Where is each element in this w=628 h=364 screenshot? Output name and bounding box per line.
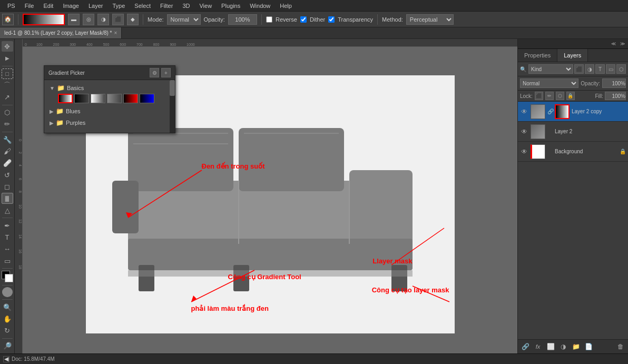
mode-select[interactable]: Normal Multiply Screen [167,14,201,25]
3d-menu[interactable]: 3D [178,2,194,10]
gradient-swatch-bw[interactable] [58,94,73,103]
shape-filter-icon[interactable]: ▭ [606,64,615,74]
layers-kind-select[interactable]: Kind [528,64,573,74]
rotate-view-tool[interactable]: ↻ [2,326,13,336]
zoom-in-tool[interactable]: 🔎 [2,341,13,351]
image-menu[interactable]: Image [58,2,83,10]
lock-pixels-icon[interactable]: ⬛ [535,92,543,100]
type-filter-icon[interactable]: T [595,64,605,74]
gradient-swatch-4[interactable] [107,94,122,103]
opacity-input[interactable] [602,78,626,88]
ps-menu[interactable]: PS [3,2,19,10]
expand-right-icon[interactable]: ≫ [618,40,627,47]
popup-settings-btn[interactable]: ⚙ [150,68,159,77]
gradient-swatch-3[interactable] [91,94,105,103]
type-tool[interactable]: T [2,232,13,242]
pixel-filter-icon[interactable]: ⬛ [574,64,584,74]
angle-gradient-icon[interactable]: ◑ [97,14,109,25]
layer-row-background[interactable]: 👁 Background 🔒 [518,142,628,162]
gradient-group-purples-header[interactable]: ▶ 📁 Purples [47,118,172,127]
quick-select-tool[interactable]: ↗ [2,92,13,102]
layer-visibility-2[interactable]: 👁 [520,127,528,136]
layer-mask-thumbnail-2copy[interactable] [555,104,570,119]
hand-tool[interactable]: ✋ [2,313,13,324]
popup-add-btn[interactable]: + [161,68,171,77]
layer-visibility-bg[interactable]: 👁 [520,147,528,156]
history-brush-tool[interactable]: ↺ [2,170,13,180]
layer-row-2copy[interactable]: 👁 🔗 Layer 2 copy [518,102,628,122]
opacity-input[interactable] [228,14,257,25]
gradient-group-blues-header[interactable]: ▶ 📁 Blues [47,106,172,116]
lock-all-icon[interactable]: 🔒 [566,92,575,100]
lock-position-icon[interactable]: ✏ [545,92,554,100]
properties-tab[interactable]: Properties [518,49,557,62]
gradient-swatch-5[interactable] [123,94,138,103]
popup-scrollbar-thumb[interactable] [170,80,175,96]
reflected-gradient-icon[interactable]: ⬛ [112,14,124,25]
create-layer-btn[interactable]: 📄 [583,341,594,352]
brush-tool[interactable]: 🖌 [2,146,13,156]
healing-tool[interactable]: 🔧 [2,134,13,145]
blues-label: Blues [66,108,81,114]
smart-filter-icon[interactable]: ⬡ [616,64,626,74]
layer-row-2[interactable]: 👁 Layer 2 [518,122,628,142]
crop-tool[interactable]: ⬡ [2,107,13,117]
layers-tab[interactable]: Layers [557,49,588,62]
gradient-swatch-6[interactable] [140,94,154,103]
transparency-checkbox[interactable] [328,16,335,23]
gradient-swatch-2[interactable] [74,94,89,103]
file-menu[interactable]: File [21,2,38,10]
edit-menu[interactable]: Edit [39,2,57,10]
marquee-tool[interactable]: □ [2,68,13,79]
pen-tool[interactable]: ✒ [2,220,13,231]
document-tab[interactable]: led-1 @ 80.1% (Layer 2 copy, Layer Mask/… [0,27,122,38]
reverse-checkbox[interactable] [266,16,272,23]
help-menu[interactable]: Help [276,2,296,10]
adjustment-filter-icon[interactable]: ◑ [585,64,594,74]
home-icon[interactable]: 🏠 [2,14,14,25]
plugins-menu[interactable]: Plugins [217,2,244,10]
status-arrow-left[interactable]: ◀ [3,356,9,362]
layer-visibility-2copy[interactable]: 👁 [520,107,528,116]
shape-tool[interactable]: ▭ [2,255,13,266]
linear-gradient-icon[interactable]: ▬ [68,14,80,25]
fill-input[interactable] [605,92,626,100]
window-menu[interactable]: Window [246,2,274,10]
lock-artboard-icon[interactable]: ⬡ [556,92,564,100]
gradient-group-basics-header[interactable]: ▼ 📁 Basics [47,83,172,93]
dither-checkbox[interactable] [300,16,307,23]
popup-scrollbar[interactable] [170,80,175,133]
gradient-tool[interactable]: ▓ [2,193,13,203]
move-tool[interactable]: ✥ [2,41,13,52]
eraser-tool[interactable]: ◻ [2,181,13,192]
layer-menu[interactable]: Layer [84,2,107,10]
zoom-tool[interactable]: 🔍 [2,302,13,312]
type-menu[interactable]: Type [109,2,130,10]
eyedropper-tool[interactable]: ✏ [2,119,13,130]
blend-mode-select[interactable]: Normal Multiply [520,78,578,88]
gradient-preview[interactable] [23,14,65,25]
artboard-tool[interactable]: ▶ [2,53,13,63]
radial-gradient-icon[interactable]: ◎ [83,14,94,25]
collapse-left-icon[interactable]: ≪ [609,40,618,47]
blur-tool[interactable]: △ [2,205,13,215]
folder-purples-icon: 📁 [56,119,64,126]
delete-layer-btn[interactable]: 🗑 [615,341,626,352]
create-group-btn[interactable]: 📁 [571,341,581,352]
method-select[interactable]: Perceptual Linear [406,14,454,25]
clone-tool[interactable]: 🩹 [2,158,13,169]
canvas-area[interactable]: 0 100 200 300 400 500 600 700 800 900 10… [23,39,517,353]
path-selection-tool[interactable]: ↔ [2,244,13,254]
link-layers-btn[interactable]: 🔗 [520,341,531,352]
add-style-btn[interactable]: fx [533,341,543,352]
add-adjustment-btn[interactable]: ◑ [558,341,568,352]
background-color[interactable] [5,274,13,282]
select-menu[interactable]: Select [130,2,155,10]
quick-mask-tool[interactable] [2,287,13,297]
filter-menu[interactable]: Filter [156,2,177,10]
add-mask-btn[interactable]: ⬜ [545,341,556,352]
tab-close-icon[interactable]: × [114,30,117,36]
lasso-tool[interactable]: ⌒ [2,80,13,91]
view-menu[interactable]: View [195,2,216,10]
diamond-gradient-icon[interactable]: ◆ [127,14,139,25]
